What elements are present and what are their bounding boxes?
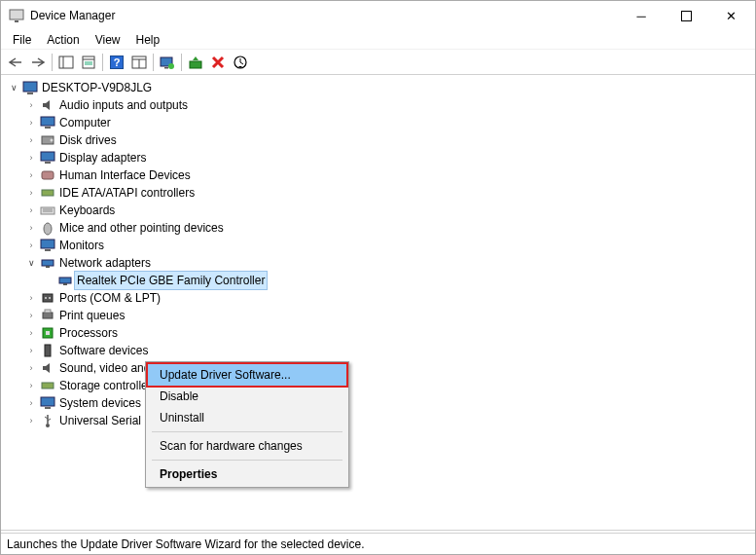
svg-rect-45 xyxy=(46,331,50,335)
tree-root[interactable]: ∨ DESKTOP-V9D8JLG xyxy=(7,79,755,96)
cpu-icon xyxy=(40,325,55,341)
keyboard-icon xyxy=(40,203,55,218)
expand-arrow-icon[interactable]: › xyxy=(24,344,38,357)
view-button[interactable] xyxy=(128,52,150,73)
svg-point-24 xyxy=(51,139,54,142)
forward-button[interactable] xyxy=(27,52,49,73)
tree-category-computer[interactable]: › Computer xyxy=(7,114,755,131)
tree-category-audio[interactable]: › Audio inputs and outputs xyxy=(7,96,755,114)
svg-rect-21 xyxy=(41,117,54,126)
expand-arrow-icon[interactable]: › xyxy=(24,98,38,112)
expand-arrow-icon[interactable]: › xyxy=(24,221,38,235)
uninstall-button[interactable] xyxy=(207,52,229,73)
category-label: IDE ATA/ATAPI controllers xyxy=(59,184,195,202)
tree-category-usb[interactable]: › Universal Serial Bus controllers xyxy=(7,412,755,429)
expand-arrow-icon[interactable]: › xyxy=(24,396,38,410)
properties-button[interactable] xyxy=(78,52,99,73)
expand-arrow-icon[interactable]: › xyxy=(24,361,38,375)
expand-arrow-icon[interactable]: ∨ xyxy=(24,256,38,270)
expand-arrow-icon[interactable]: › xyxy=(24,151,38,165)
svg-point-41 xyxy=(49,297,51,299)
show-hide-tree-button[interactable] xyxy=(55,52,77,73)
toolbar-separator xyxy=(52,54,53,71)
category-label: System devices xyxy=(59,394,141,412)
svg-text:?: ? xyxy=(114,56,121,68)
enable-button[interactable] xyxy=(185,52,206,73)
tree-category-hid[interactable]: › Human Interface Devices xyxy=(7,166,755,184)
tree-category-disk[interactable]: › Disk drives xyxy=(7,131,755,149)
context-separator xyxy=(152,431,342,432)
tree-category-system[interactable]: › System devices xyxy=(7,394,755,412)
svg-rect-35 xyxy=(42,260,54,266)
update-driver-button[interactable] xyxy=(157,52,178,73)
category-label: Human Interface Devices xyxy=(59,166,191,184)
maximize-button[interactable] xyxy=(664,1,708,30)
title-bar: Device Manager ─ ✕ xyxy=(1,1,755,30)
toolbar-separator xyxy=(102,54,103,71)
category-label: Disk drives xyxy=(59,131,117,149)
svg-rect-2 xyxy=(681,11,691,20)
context-uninstall[interactable]: Uninstall xyxy=(148,407,346,428)
menu-action[interactable]: Action xyxy=(39,31,87,49)
expand-arrow-icon[interactable]: › xyxy=(24,168,38,182)
svg-rect-26 xyxy=(45,162,51,164)
device-manager-icon xyxy=(9,8,24,23)
menu-help[interactable]: Help xyxy=(128,31,168,49)
category-label: Display adapters xyxy=(59,149,146,166)
svg-rect-17 xyxy=(190,61,201,68)
tree-category-ide[interactable]: › IDE ATA/ATAPI controllers xyxy=(7,184,755,202)
svg-rect-19 xyxy=(23,82,37,92)
svg-rect-34 xyxy=(45,249,51,251)
svg-rect-43 xyxy=(45,310,51,313)
expand-arrow-icon[interactable]: › xyxy=(24,291,38,305)
tree-category-keyboards[interactable]: › Keyboards xyxy=(7,202,755,219)
svg-rect-39 xyxy=(43,294,53,302)
svg-rect-36 xyxy=(46,266,50,268)
tree-device-realtek[interactable]: › Realtek PCIe GBE Family Controller xyxy=(7,272,755,289)
display-icon xyxy=(40,150,55,166)
tree-category-monitors[interactable]: › Monitors xyxy=(7,237,755,254)
context-disable[interactable]: Disable xyxy=(148,386,346,407)
expand-arrow-icon[interactable]: › xyxy=(24,379,38,392)
device-tree[interactable]: ∨ DESKTOP-V9D8JLG › Audio inputs and out… xyxy=(1,75,755,531)
expand-arrow-icon[interactable]: › xyxy=(24,186,38,200)
svg-rect-25 xyxy=(41,152,54,161)
close-button[interactable]: ✕ xyxy=(708,1,753,30)
help-button[interactable]: ? xyxy=(106,52,127,73)
svg-rect-28 xyxy=(42,190,54,196)
svg-rect-49 xyxy=(45,407,51,409)
menu-file[interactable]: File xyxy=(5,31,39,49)
mouse-icon xyxy=(40,220,55,236)
expand-arrow-icon[interactable]: › xyxy=(24,414,38,427)
category-label: Network adapters xyxy=(59,254,151,272)
expand-arrow-icon[interactable]: › xyxy=(24,309,38,322)
tree-category-sound[interactable]: › Sound, video and game controllers xyxy=(7,359,755,377)
tree-category-mice[interactable]: › Mice and other pointing devices xyxy=(7,219,755,237)
minimize-button[interactable]: ─ xyxy=(619,1,664,30)
tree-category-display[interactable]: › Display adapters xyxy=(7,149,755,166)
context-update-driver[interactable]: Update Driver Software... xyxy=(148,364,346,386)
category-label: Computer xyxy=(59,114,111,131)
tree-category-software[interactable]: › Software devices xyxy=(7,342,755,359)
tree-category-storage[interactable]: › Storage controllers xyxy=(7,377,755,394)
tree-category-ports[interactable]: › Ports (COM & LPT) xyxy=(7,289,755,307)
expand-arrow-icon[interactable]: › xyxy=(24,239,38,252)
back-button[interactable] xyxy=(5,52,26,73)
expand-arrow-icon[interactable]: › xyxy=(24,133,38,147)
svg-point-32 xyxy=(44,223,52,235)
storage-icon xyxy=(40,378,55,393)
menu-view[interactable]: View xyxy=(88,31,128,49)
svg-rect-1 xyxy=(15,20,18,22)
expand-arrow-icon[interactable]: › xyxy=(24,116,38,130)
expand-arrow-icon[interactable]: › xyxy=(24,326,38,340)
context-scan[interactable]: Scan for hardware changes xyxy=(148,435,346,457)
expand-arrow-icon[interactable]: › xyxy=(24,204,38,217)
expand-arrow-icon[interactable]: ∨ xyxy=(7,81,20,94)
tree-category-processors[interactable]: › Processors xyxy=(7,324,755,342)
svg-point-16 xyxy=(168,63,174,69)
context-properties[interactable]: Properties xyxy=(148,463,346,485)
category-label: Audio inputs and outputs xyxy=(59,96,188,114)
scan-hardware-button[interactable] xyxy=(230,52,251,73)
tree-category-network[interactable]: ∨ Network adapters xyxy=(7,254,755,272)
tree-category-printqueues[interactable]: › Print queues xyxy=(7,307,755,324)
